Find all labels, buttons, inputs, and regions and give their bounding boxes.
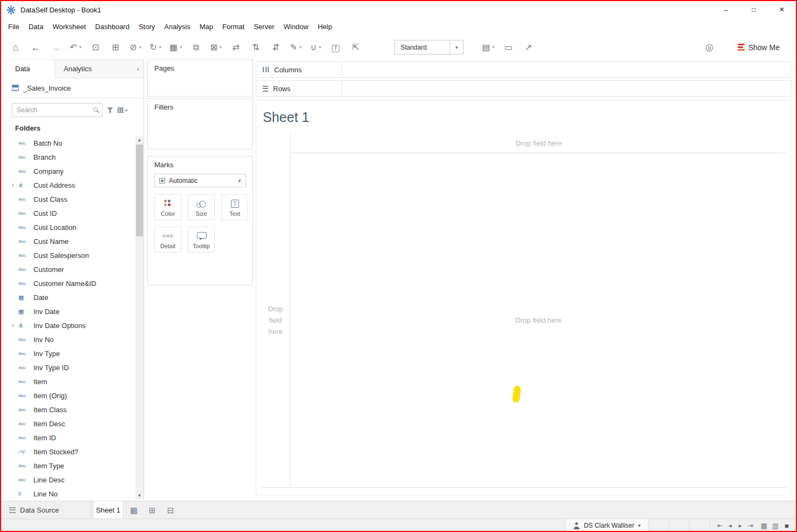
menu-item[interactable]: Server [254,23,274,31]
previous-record-icon[interactable] [727,522,733,529]
back-icon[interactable] [30,43,42,52]
field-row[interactable]: Inv Type ID [5,360,144,374]
data-grid-view-icon[interactable] [760,522,768,529]
field-row[interactable]: Batch No [5,136,144,150]
scroll-up-icon[interactable]: ▲ [135,136,144,144]
detail-button[interactable]: Detail [154,227,181,253]
menu-item[interactable]: Dashboard [95,23,130,31]
field-row[interactable]: Customer [5,262,144,276]
menu-item[interactable]: File [8,23,19,31]
menu-item[interactable]: Story [139,23,155,31]
rows-shelf-body[interactable] [342,81,792,96]
user-menu[interactable]: DS Clark Walliser ▾ [565,519,649,532]
share-icon[interactable] [522,43,534,52]
field-row[interactable]: Inv Date [5,304,144,318]
collapse-pane-icon[interactable]: ‹ [137,65,139,73]
field-row[interactable]: Item (Orig) [5,388,144,403]
field-row[interactable]: Company [5,164,144,178]
close-icon[interactable] [768,1,796,18]
field-row[interactable]: Cust ID [5,206,144,220]
field-row[interactable]: › Cust Address [5,178,144,192]
new-worksheet-icon[interactable] [128,506,140,514]
save-icon[interactable] [90,43,101,52]
field-row[interactable]: Cust Salesperson [5,248,144,262]
data-source-tab[interactable]: Data Source [5,501,91,519]
clear-sheet-icon[interactable] [210,43,222,52]
new-story-icon[interactable] [165,506,176,514]
menu-item[interactable]: Window [283,23,308,31]
new-data-source-icon[interactable] [110,43,121,52]
sort-ascending-icon[interactable] [250,43,262,52]
swap-rows-columns-icon[interactable] [230,43,242,52]
chevron-down-icon[interactable]: ▾ [449,40,463,54]
tab-analytics[interactable]: Analytics ‹ [55,60,144,78]
color-button[interactable]: Color [154,194,181,220]
field-row[interactable]: Item Class [5,403,144,417]
field-row[interactable]: Item ID [5,431,144,445]
next-record-icon[interactable] [737,522,744,529]
last-record-icon[interactable] [747,522,754,529]
column-drop-zone[interactable]: Drop field here [290,134,787,153]
field-row[interactable]: Cust Location [5,220,144,234]
new-dashboard-icon[interactable] [146,506,158,514]
filters-shelf[interactable]: Filters [147,98,253,149]
field-row[interactable]: Item Type [5,459,144,473]
field-row[interactable]: Item [5,374,144,388]
field-row[interactable]: Inv No [5,332,144,346]
expand-chevron-icon[interactable]: › [12,181,18,189]
find-icon[interactable] [704,43,716,52]
presentation-mode-icon[interactable] [502,43,514,52]
expand-chevron-icon[interactable]: › [12,322,18,329]
menu-item[interactable]: Map [200,23,213,31]
sort-descending-icon[interactable] [270,43,282,52]
field-row[interactable]: Line Desc [5,473,144,487]
field-row[interactable]: Branch [5,150,144,164]
field-row[interactable]: Cust Name [5,234,144,248]
field-row[interactable]: Date [5,290,144,304]
pause-auto-updates-icon[interactable] [130,43,141,52]
field-row[interactable]: Item Stocked? [5,445,144,459]
duplicate-sheet-icon[interactable] [190,43,202,52]
menu-item[interactable]: Help [318,23,332,31]
minimize-icon[interactable] [712,1,740,18]
field-row[interactable]: Cust Class [5,192,144,206]
show-mark-labels-icon[interactable] [330,43,342,52]
mark-type-dropdown[interactable]: Automatic ▾ [154,174,246,187]
menu-item[interactable]: Format [222,23,244,31]
show-me-button[interactable]: Show Me [738,43,780,52]
field-row[interactable]: Inv Type [5,346,144,360]
menu-item[interactable]: Data [29,23,43,31]
forward-icon[interactable] [50,43,62,52]
text-button[interactable]: T Text [221,194,248,220]
field-row[interactable]: Customer Name&ID [5,276,144,290]
sheet-view-icon[interactable] [783,522,791,529]
size-button[interactable]: Size [188,194,215,220]
scroll-down-icon[interactable]: ▼ [135,492,144,500]
data-source-row[interactable]: _Sales_Invoice [5,78,144,98]
filter-icon[interactable] [107,107,113,113]
row-drop-zone[interactable]: Drop field here [261,153,290,488]
view-as-icon[interactable]: ▾ [118,107,127,113]
sheet-tab-active[interactable]: Sheet 1 [93,501,124,519]
pages-shelf[interactable]: Pages [147,59,253,97]
undo-icon[interactable] [70,43,81,52]
new-worksheet-icon[interactable] [169,43,182,52]
maximize-icon[interactable] [740,1,768,18]
field-row[interactable]: › Inv Date Options [5,318,144,332]
run-auto-updates-icon[interactable] [149,43,161,52]
first-record-icon[interactable] [717,522,723,529]
menu-item[interactable]: Worksheet [52,23,86,31]
tile-view-icon[interactable] [772,522,779,529]
fix-axes-icon[interactable] [350,43,362,52]
field-row[interactable]: Line No [5,487,144,500]
show-hide-cards-icon[interactable] [482,43,494,52]
scrollbar[interactable]: ▲ ▼ [135,136,144,500]
scrollbar-thumb[interactable] [136,145,143,236]
body-drop-zone[interactable]: Drop field here [290,153,787,488]
tab-data[interactable]: Data [5,60,55,78]
columns-shelf[interactable]: Columns [256,62,792,78]
highlight-icon[interactable] [290,43,302,52]
group-members-icon[interactable] [310,43,322,52]
columns-shelf-body[interactable] [342,62,792,77]
tooltip-button[interactable]: Tooltip [188,227,215,253]
